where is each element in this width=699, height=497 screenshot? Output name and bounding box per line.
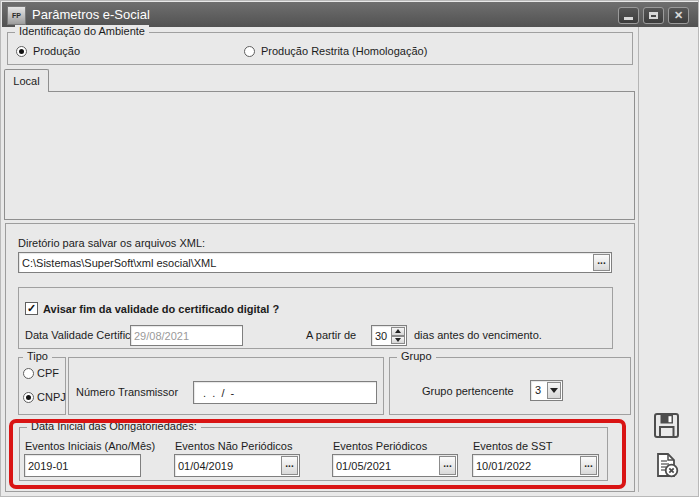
group-obrigatoriedades-title: Data Inicial das Obrigatoriedades: — [27, 420, 201, 432]
eventos-iniciais-field[interactable] — [24, 454, 141, 477]
eventos-periodicos-label: Eventos Periódicos — [333, 440, 427, 452]
save-button[interactable] — [651, 410, 681, 440]
group-grupo: Grupo Grupo pertencente 3 — [389, 357, 631, 415]
grupo-dropdown-button[interactable] — [547, 382, 561, 399]
diretorio-input[interactable] — [19, 253, 592, 272]
eventos-nao-periodicos-input[interactable] — [175, 455, 280, 476]
group-validade: ✓ Avisar fim da validade do certificado … — [18, 287, 613, 349]
group-identificacao-title: Identificação do Ambiente — [15, 25, 149, 37]
apartir-label: A partir de — [306, 329, 356, 341]
panel-divider — [638, 27, 639, 492]
data-validade-field[interactable] — [130, 325, 243, 346]
radio-producao-restrita[interactable] — [244, 46, 255, 57]
spinner-down-button[interactable] — [391, 336, 405, 345]
window-title: Parâmetros e-Social — [32, 2, 150, 27]
eventos-nao-periodicos-browse-button[interactable]: ... — [281, 456, 298, 475]
eventos-sst-label: Eventos de SST — [473, 440, 553, 452]
maximize-icon — [649, 12, 658, 19]
check-icon: ✓ — [27, 303, 36, 314]
eventos-periodicos-browse-button[interactable]: ... — [439, 456, 456, 475]
grupo-pertencente-label: Grupo pertencente — [422, 385, 514, 397]
eventos-nao-periodicos-field[interactable]: ... — [174, 454, 300, 477]
radio-cnpj[interactable] — [23, 392, 34, 403]
dias-input[interactable] — [372, 326, 390, 345]
eventos-sst-field[interactable]: ... — [472, 454, 599, 477]
eventos-periodicos-input[interactable] — [333, 455, 438, 476]
tab-page-local — [4, 91, 635, 220]
app-icon: FP — [7, 6, 26, 25]
diretorio-field[interactable]: ... — [18, 252, 612, 273]
eventos-iniciais-input[interactable] — [25, 455, 140, 476]
group-identificacao-ambiente: Identificação do Ambiente Produção Produ… — [7, 32, 633, 65]
close-icon: ✕ — [674, 10, 683, 21]
avisar-validade-checkbox[interactable]: ✓ — [25, 302, 38, 315]
radio-producao-restrita-label[interactable]: Produção Restrita (Homologação) — [261, 45, 427, 57]
spinner-buttons[interactable] — [391, 327, 405, 344]
cancel-button[interactable] — [651, 450, 681, 480]
minimize-button[interactable] — [618, 7, 639, 24]
dialog-parametros-esocial: FP Parâmetros e-Social ✕ Identificação d… — [0, 0, 699, 497]
minimize-icon — [624, 17, 633, 20]
cancel-document-icon — [653, 452, 680, 479]
eventos-periodicos-field[interactable]: ... — [332, 454, 458, 477]
group-tipo-title: Tipo — [23, 350, 52, 362]
grupo-value: 3 — [531, 381, 546, 400]
arrow-up-icon — [395, 329, 401, 333]
eventos-sst-input[interactable] — [473, 455, 579, 476]
avisar-validade-label[interactable]: Avisar fim da validade do certificado di… — [43, 303, 279, 315]
title-bar[interactable]: FP Parâmetros e-Social ✕ — [2, 2, 698, 27]
group-grupo-title: Grupo — [397, 350, 436, 362]
numero-transmissor-input[interactable] — [194, 382, 376, 403]
radio-producao-label[interactable]: Produção — [33, 45, 80, 57]
eventos-nao-periodicos-label: Eventos Não Periódicos — [175, 440, 292, 452]
diretorio-browse-button[interactable]: ... — [593, 254, 610, 271]
eventos-iniciais-label: Eventos Iniciais (Ano/Mês) — [25, 440, 155, 452]
group-numero-transmissor: Número Transmissor — [68, 357, 384, 415]
radio-cpf-label[interactable]: CPF — [37, 367, 59, 379]
dias-spinner[interactable] — [371, 325, 407, 346]
data-validade-input[interactable] — [131, 326, 242, 345]
chevron-down-icon — [550, 388, 558, 393]
maximize-button[interactable] — [643, 7, 664, 24]
grupo-combobox[interactable]: 3 — [530, 380, 563, 401]
radio-producao[interactable] — [16, 46, 27, 57]
radio-cpf[interactable] — [23, 368, 34, 379]
spinner-up-button[interactable] — [391, 327, 405, 336]
save-floppy-icon — [653, 412, 680, 439]
diretorio-label: Diretório para salvar os arquivos XML: — [18, 237, 205, 249]
arrow-down-icon — [395, 338, 401, 342]
group-obrigatoriedades: Data Inicial das Obrigatoriedades: Event… — [19, 427, 608, 481]
tab-local[interactable]: Local — [4, 69, 49, 92]
radio-cnpj-label[interactable]: CNPJ — [37, 391, 66, 403]
numero-transmissor-label: Número Transmissor — [76, 386, 178, 398]
dias-label: dias antes do vencimento. — [414, 329, 542, 341]
numero-transmissor-field[interactable] — [193, 381, 377, 404]
close-button[interactable]: ✕ — [668, 7, 689, 24]
group-tipo: Tipo CPF CNPJ — [18, 357, 66, 415]
eventos-sst-browse-button[interactable]: ... — [580, 456, 597, 475]
